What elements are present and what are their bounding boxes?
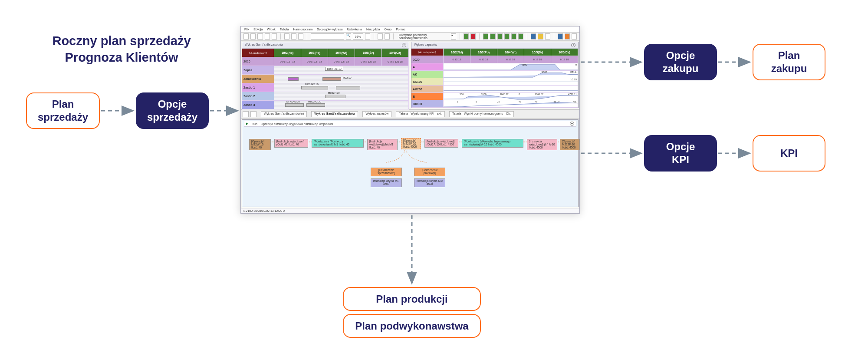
flow-node[interactable]: [Cel/zlecenie sprzedażowe] [371,168,402,176]
tb-btn[interactable] [511,33,516,40]
bar-label: MR0242:20 [286,101,300,103]
value: 0 [519,93,520,96]
pane-tab[interactable]: Tabela - Wyniki oceny harmonogramu - Ob. [449,111,514,117]
year-cell: 2020 [242,57,274,66]
pane-tab[interactable]: Wykres Gantt'a dla zamówień [261,111,307,117]
value: 45 [535,100,537,103]
row-label: B [411,93,444,100]
date-header: 10/3(Po) [301,49,328,57]
tb-btn[interactable] [385,33,390,40]
value: 1066.67 [500,93,509,96]
tb-btn[interactable] [257,33,263,40]
tb-btn[interactable] [284,33,289,40]
corner-cell: [ul. podsystem] [242,49,274,57]
flow-node[interactable]: [Operacja] M22W-10 Ilość: 40 [249,139,271,150]
tb-btn[interactable] [504,33,510,40]
date-header: 10/4(Wt) [328,49,355,57]
value: 4711.11 [568,93,577,96]
flow-node[interactable]: [Powiązania (Wewnątrz tego samego zamówi… [462,139,523,148]
tb-btn[interactable] [470,33,476,40]
tb-btn[interactable] [265,33,270,40]
tb-btn[interactable] [464,33,469,40]
value: 10.85 [570,78,577,81]
value: 0 [575,63,577,66]
tb-btn[interactable] [298,33,303,40]
flow-node[interactable]: [Powiązania (Pomiędzy zamówieniami)] M1 … [312,139,364,148]
tb-btn[interactable] [243,111,249,117]
flow-pane: ▶RunOperacja / instrukcja wyjściowa / in… [242,119,579,207]
left-gantt-pane: Wykres Gantt'a dla zasobów [ul. podsyste… [242,42,409,108]
tb-btn[interactable] [378,33,383,40]
pane-tab[interactable]: Wykres Gantt'a dla zasobów [311,111,358,117]
flow-node[interactable]: [Instrukcja wejściowej] (In) A-10 Ilość:… [527,139,557,150]
year-cell: 2020 [411,56,444,63]
tb-btn[interactable] [490,33,495,40]
date-header: 10/5(Śr) [524,49,551,56]
tb-btn[interactable] [243,33,249,40]
value: 43 [519,100,521,103]
left-timeline: [ul. podsystem] 10/2(Nd) 10/3(Po) 10/4(W… [242,49,409,109]
flow-node[interactable]: [Cel/zlecenie produkcji] [414,168,445,176]
menu-item[interactable]: Edycja [253,28,263,31]
row-label: AK [411,71,444,78]
tb-btn[interactable] [518,33,523,40]
flow-node[interactable]: [Instrukcja wejściowej] (In) M1 Ilość: 4… [367,139,398,150]
menu-item[interactable]: Okno [384,28,391,31]
tb-search-icon[interactable]: 🔍 [346,33,351,40]
tb-btn[interactable] [545,33,550,40]
tb-btn[interactable] [250,111,256,117]
date-header: 10/2(Nd) [274,49,301,57]
date-header: 10/2(Nd) [444,49,470,56]
tb-btn[interactable] [250,33,256,40]
row-label: Zasób 2 [242,92,274,101]
flow-node[interactable]: [Operacja] M222F-10 Ilość: 4500 [401,138,421,149]
gear-icon[interactable] [571,43,575,47]
date-header: 10/6(Cz) [551,49,578,56]
row-label: Zasób 3 [242,101,274,109]
value: 85.09 [553,100,559,103]
tb-dropdown-icon[interactable]: ▾ [451,33,456,40]
menu-item[interactable]: Pomoc [396,28,405,31]
flow-node[interactable]: Instrukcja użycia M1: 4500 [414,178,445,187]
menu-item[interactable]: Harmonogram [293,28,312,31]
row-label: AK200 [411,86,444,93]
row-label: Zapas [242,66,274,75]
pane-title-right: Wykres zapasów [414,43,437,47]
tb-btn[interactable] [272,33,277,40]
gear-icon[interactable] [402,43,406,47]
tb-zoom[interactable]: 58% [353,33,363,40]
tb-btn[interactable] [291,33,296,40]
tb-param-label: Domyślne parametry harmonogramowania [397,33,449,40]
app-toolbar-1: 🔍 58% Domyślne parametry harmonogramowan… [241,33,579,41]
value: 25 [497,100,500,103]
pane-tab[interactable]: Tabela - Wyniki oceny KPI - akt. [396,111,445,117]
menu-item[interactable]: Ustawienia [347,28,362,31]
flow-node[interactable]: [Operacja] M222F-20 Ilość: 4500 [560,139,580,150]
pane-tab[interactable]: Wykres zapasów [362,111,391,117]
tb-btn[interactable] [497,33,503,40]
tb-btn[interactable] [538,33,543,40]
menu-item[interactable]: Widok [267,28,275,31]
pane-title-left: Wykres Gantt'a dla zasobów [245,43,283,47]
tb-btn[interactable] [531,33,536,40]
tb-btn[interactable] [565,33,570,40]
bar-label: M02:10 [343,76,352,79]
menu-item[interactable]: Szczegóły wykresu [317,28,343,31]
bar-label: M022F:20 [328,92,340,94]
menu-item[interactable]: Tabela [280,28,289,31]
status-bar: BV100: 2020/10/02 13:12:00 0 [241,208,579,213]
menu-item[interactable]: Narzędzia [366,28,380,31]
flow-node[interactable]: [Instrukcja wyjściowej] (Out) M1 Ilość: … [274,139,308,148]
row-label: Zamówienia [242,75,274,83]
tag: Ilość: 21:10 [325,67,343,71]
tb-search[interactable] [311,33,344,40]
tb-btn[interactable] [483,33,488,40]
flow-node[interactable]: [Instrukcja wyjściowej] (Out) A-10 Ilość… [424,139,458,148]
flow-node[interactable]: Instrukcja użycia M1: 4500 [371,178,402,187]
value: 2811. [570,71,577,73]
tb-btn[interactable] [572,33,577,40]
menu-item[interactable]: Plik [244,28,249,31]
value: 3500 [542,71,547,73]
tb-btn[interactable] [365,33,370,40]
tb-btn[interactable] [558,33,563,40]
